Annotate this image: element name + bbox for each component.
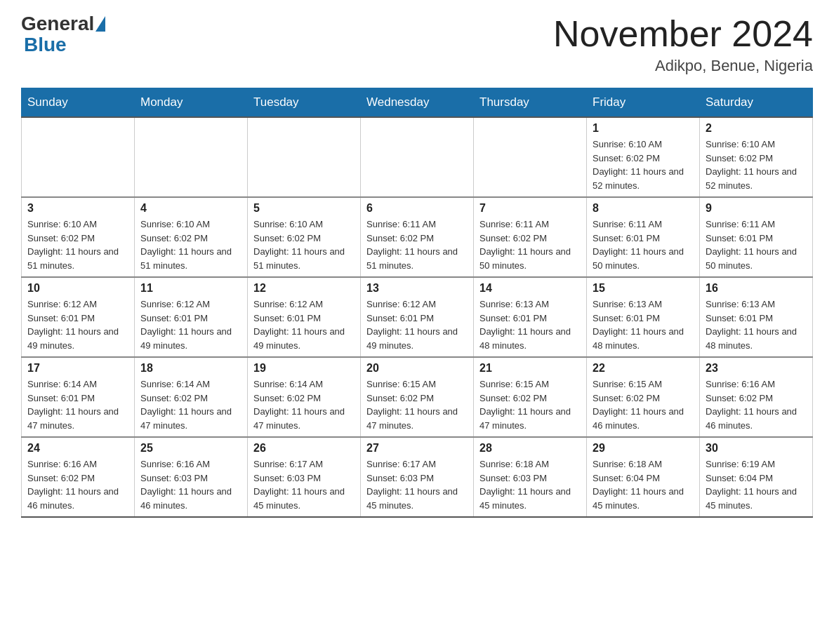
day-number: 20 (366, 362, 468, 375)
calendar-cell (361, 117, 474, 197)
logo-blue-text: Blue (24, 34, 67, 55)
calendar-cell: 20Sunrise: 6:15 AMSunset: 6:02 PMDayligh… (361, 357, 474, 437)
day-number: 7 (479, 202, 581, 215)
day-number: 21 (479, 362, 581, 375)
day-number: 5 (253, 202, 355, 215)
header: General Blue November 2024 Adikpo, Benue… (21, 14, 813, 75)
day-info: Sunrise: 6:10 AMSunset: 6:02 PMDaylight:… (706, 137, 807, 192)
day-info: Sunrise: 6:11 AMSunset: 6:01 PMDaylight:… (706, 217, 807, 272)
calendar-cell: 12Sunrise: 6:12 AMSunset: 6:01 PMDayligh… (248, 277, 361, 357)
calendar-cell: 2Sunrise: 6:10 AMSunset: 6:02 PMDaylight… (700, 117, 813, 197)
calendar-cell: 8Sunrise: 6:11 AMSunset: 6:01 PMDaylight… (587, 197, 700, 277)
logo: General Blue (21, 14, 107, 56)
calendar-cell: 28Sunrise: 6:18 AMSunset: 6:03 PMDayligh… (474, 437, 587, 517)
logo-triangle-icon (95, 16, 105, 32)
day-number: 11 (140, 282, 241, 295)
calendar-header-thursday: Thursday (474, 88, 587, 118)
calendar-cell: 26Sunrise: 6:17 AMSunset: 6:03 PMDayligh… (248, 437, 361, 517)
day-number: 25 (140, 442, 241, 455)
day-number: 24 (27, 442, 128, 455)
day-info: Sunrise: 6:18 AMSunset: 6:04 PMDaylight:… (593, 457, 694, 512)
day-info: Sunrise: 6:10 AMSunset: 6:02 PMDaylight:… (593, 137, 694, 192)
calendar-header-friday: Friday (587, 88, 700, 118)
day-number: 28 (479, 442, 581, 455)
calendar-cell: 13Sunrise: 6:12 AMSunset: 6:01 PMDayligh… (361, 277, 474, 357)
day-number: 29 (593, 442, 694, 455)
day-info: Sunrise: 6:13 AMSunset: 6:01 PMDaylight:… (593, 297, 694, 352)
day-info: Sunrise: 6:10 AMSunset: 6:02 PMDaylight:… (140, 217, 241, 272)
day-info: Sunrise: 6:11 AMSunset: 6:02 PMDaylight:… (479, 217, 581, 272)
day-number: 30 (706, 442, 807, 455)
day-info: Sunrise: 6:17 AMSunset: 6:03 PMDaylight:… (366, 457, 468, 512)
page-subtitle: Adikpo, Benue, Nigeria (553, 57, 813, 75)
day-info: Sunrise: 6:16 AMSunset: 6:02 PMDaylight:… (27, 457, 128, 512)
day-number: 17 (27, 362, 128, 375)
calendar-table: SundayMondayTuesdayWednesdayThursdayFrid… (21, 88, 813, 518)
day-number: 9 (706, 202, 807, 215)
calendar-header-sunday: Sunday (22, 88, 135, 118)
calendar-header-wednesday: Wednesday (361, 88, 474, 118)
day-number: 14 (479, 282, 581, 295)
day-number: 1 (593, 122, 694, 135)
calendar-cell: 1Sunrise: 6:10 AMSunset: 6:02 PMDaylight… (587, 117, 700, 197)
title-area: November 2024 Adikpo, Benue, Nigeria (553, 14, 813, 75)
calendar-header-row: SundayMondayTuesdayWednesdayThursdayFrid… (22, 88, 813, 118)
day-number: 16 (706, 282, 807, 295)
day-number: 23 (706, 362, 807, 375)
calendar-header-monday: Monday (135, 88, 248, 118)
calendar-week-row: 3Sunrise: 6:10 AMSunset: 6:02 PMDaylight… (22, 197, 813, 277)
calendar-header-tuesday: Tuesday (248, 88, 361, 118)
day-info: Sunrise: 6:19 AMSunset: 6:04 PMDaylight:… (706, 457, 807, 512)
day-info: Sunrise: 6:12 AMSunset: 6:01 PMDaylight:… (27, 297, 128, 352)
day-number: 6 (366, 202, 468, 215)
calendar-cell: 9Sunrise: 6:11 AMSunset: 6:01 PMDaylight… (700, 197, 813, 277)
calendar-cell (474, 117, 587, 197)
day-info: Sunrise: 6:15 AMSunset: 6:02 PMDaylight:… (366, 377, 468, 432)
day-info: Sunrise: 6:14 AMSunset: 6:02 PMDaylight:… (140, 377, 241, 432)
calendar-cell: 4Sunrise: 6:10 AMSunset: 6:02 PMDaylight… (135, 197, 248, 277)
day-info: Sunrise: 6:14 AMSunset: 6:01 PMDaylight:… (27, 377, 128, 432)
calendar-header-saturday: Saturday (700, 88, 813, 118)
day-number: 26 (253, 442, 355, 455)
day-info: Sunrise: 6:13 AMSunset: 6:01 PMDaylight:… (479, 297, 581, 352)
day-number: 2 (706, 122, 807, 135)
day-info: Sunrise: 6:10 AMSunset: 6:02 PMDaylight:… (253, 217, 355, 272)
day-number: 4 (140, 202, 241, 215)
day-info: Sunrise: 6:12 AMSunset: 6:01 PMDaylight:… (366, 297, 468, 352)
calendar-cell: 15Sunrise: 6:13 AMSunset: 6:01 PMDayligh… (587, 277, 700, 357)
calendar-cell: 24Sunrise: 6:16 AMSunset: 6:02 PMDayligh… (22, 437, 135, 517)
calendar-week-row: 24Sunrise: 6:16 AMSunset: 6:02 PMDayligh… (22, 437, 813, 517)
day-number: 27 (366, 442, 468, 455)
calendar-cell: 21Sunrise: 6:15 AMSunset: 6:02 PMDayligh… (474, 357, 587, 437)
day-number: 15 (593, 282, 694, 295)
day-number: 8 (593, 202, 694, 215)
day-number: 3 (27, 202, 128, 215)
calendar-cell (248, 117, 361, 197)
calendar-cell: 5Sunrise: 6:10 AMSunset: 6:02 PMDaylight… (248, 197, 361, 277)
calendar-week-row: 17Sunrise: 6:14 AMSunset: 6:01 PMDayligh… (22, 357, 813, 437)
day-number: 13 (366, 282, 468, 295)
day-info: Sunrise: 6:14 AMSunset: 6:02 PMDaylight:… (253, 377, 355, 432)
day-info: Sunrise: 6:13 AMSunset: 6:01 PMDaylight:… (706, 297, 807, 352)
day-info: Sunrise: 6:12 AMSunset: 6:01 PMDaylight:… (253, 297, 355, 352)
day-info: Sunrise: 6:11 AMSunset: 6:02 PMDaylight:… (366, 217, 468, 272)
day-info: Sunrise: 6:10 AMSunset: 6:02 PMDaylight:… (27, 217, 128, 272)
day-info: Sunrise: 6:18 AMSunset: 6:03 PMDaylight:… (479, 457, 581, 512)
day-number: 18 (140, 362, 241, 375)
calendar-cell: 17Sunrise: 6:14 AMSunset: 6:01 PMDayligh… (22, 357, 135, 437)
calendar-cell: 10Sunrise: 6:12 AMSunset: 6:01 PMDayligh… (22, 277, 135, 357)
calendar-cell: 25Sunrise: 6:16 AMSunset: 6:03 PMDayligh… (135, 437, 248, 517)
day-info: Sunrise: 6:11 AMSunset: 6:01 PMDaylight:… (593, 217, 694, 272)
calendar-cell: 16Sunrise: 6:13 AMSunset: 6:01 PMDayligh… (700, 277, 813, 357)
calendar-cell: 19Sunrise: 6:14 AMSunset: 6:02 PMDayligh… (248, 357, 361, 437)
day-number: 10 (27, 282, 128, 295)
calendar-week-row: 10Sunrise: 6:12 AMSunset: 6:01 PMDayligh… (22, 277, 813, 357)
day-info: Sunrise: 6:12 AMSunset: 6:01 PMDaylight:… (140, 297, 241, 352)
calendar-cell: 29Sunrise: 6:18 AMSunset: 6:04 PMDayligh… (587, 437, 700, 517)
calendar-cell: 30Sunrise: 6:19 AMSunset: 6:04 PMDayligh… (700, 437, 813, 517)
calendar-cell: 14Sunrise: 6:13 AMSunset: 6:01 PMDayligh… (474, 277, 587, 357)
calendar-cell: 22Sunrise: 6:15 AMSunset: 6:02 PMDayligh… (587, 357, 700, 437)
day-number: 22 (593, 362, 694, 375)
day-info: Sunrise: 6:16 AMSunset: 6:03 PMDaylight:… (140, 457, 241, 512)
day-info: Sunrise: 6:15 AMSunset: 6:02 PMDaylight:… (479, 377, 581, 432)
